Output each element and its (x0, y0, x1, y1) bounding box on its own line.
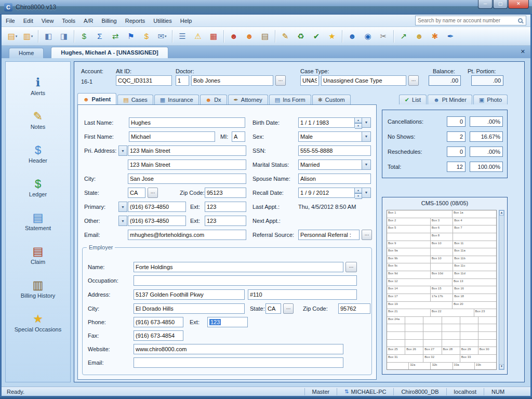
tab-attorney[interactable]: ✒Attorney (228, 95, 268, 104)
menu-item-a-r[interactable]: A/R (79, 16, 97, 26)
sidebar-item-special-occasions[interactable]: ★Special Occasions (7, 313, 69, 332)
close-tab-icon[interactable]: ✕ (521, 48, 525, 55)
vip-patient-button[interactable]: ☻ (411, 29, 427, 44)
save-all-button[interactable]: ◨ (56, 29, 72, 44)
case-lookup-button[interactable]: ... (408, 75, 419, 86)
payments-button[interactable]: $ (76, 29, 92, 44)
case-name-input[interactable] (321, 75, 406, 86)
ssn-input[interactable] (298, 145, 371, 156)
employer-address2-input[interactable] (248, 289, 357, 300)
website-input[interactable] (134, 344, 343, 354)
menu-item-billing[interactable]: Billing (97, 16, 121, 26)
tab-pt-minder[interactable]: ☻Pt Minder (428, 95, 472, 104)
post-transaction-button[interactable]: ⇄ (108, 29, 123, 44)
mi-input[interactable] (232, 131, 245, 142)
employer-name-input[interactable] (134, 262, 343, 272)
sidebar-item-notes[interactable]: ✎Notes (7, 110, 69, 130)
sidebar-item-billing-history[interactable]: ▥Billing History (7, 279, 69, 299)
referral-source-input[interactable] (298, 230, 360, 240)
tab-photo[interactable]: ▣Photo (473, 95, 508, 104)
spin-down-icon[interactable]: ▼ (355, 193, 362, 199)
tools-cut-button[interactable]: ✂ (376, 29, 391, 44)
last-name-input[interactable] (129, 117, 245, 128)
scroll-up-icon[interactable]: ▲ (499, 210, 504, 216)
city-input[interactable] (128, 174, 246, 184)
menu-item-utilities[interactable]: Utilities (149, 16, 176, 26)
alt-id-input[interactable] (116, 75, 172, 86)
sex-select[interactable]: Male ▼ (298, 131, 371, 142)
birth-date-field[interactable]: 1 / 1 / 1983 ▲ ▼ ▼ (298, 117, 371, 128)
tab-insurance[interactable]: ▦Insurance (154, 95, 199, 104)
menu-item-help[interactable]: Help (176, 16, 196, 26)
chevron-down-icon[interactable]: ▼ (362, 188, 371, 198)
employer-address1-input[interactable] (134, 289, 245, 300)
search-icon[interactable] (518, 18, 523, 23)
other-ext-input[interactable] (205, 216, 246, 226)
address2-input[interactable] (128, 159, 246, 170)
favorites-button[interactable]: ★ (324, 29, 340, 44)
open-folder-button[interactable]: ▥▾ (20, 29, 36, 44)
other-phone-input[interactable] (128, 216, 186, 226)
other-phone-dropdown[interactable]: ▼ (118, 216, 127, 226)
doctor-name-input[interactable] (191, 75, 273, 86)
menu-item-reports[interactable]: Reports (121, 16, 150, 26)
new-record-button[interactable]: ▤▾ (5, 29, 20, 44)
tab-home[interactable]: Home (9, 48, 44, 58)
tab-patient[interactable]: ☻Patient (77, 93, 116, 104)
tab-list[interactable]: ✔List (399, 95, 427, 104)
sidebar-item-header[interactable]: $Header (7, 144, 69, 164)
patients-button[interactable]: ☻ (242, 29, 257, 44)
zip-input[interactable] (205, 188, 246, 198)
reports-button[interactable]: ☰ (175, 29, 190, 44)
sidebar-item-ledger[interactable]: $Ledger (7, 178, 69, 197)
help-button[interactable]: ✱ (427, 29, 443, 44)
minimize-button[interactable]: ─ (478, 0, 493, 9)
email-button[interactable]: ✉▾ (154, 29, 170, 44)
doctor-lookup-button[interactable]: ... (275, 75, 286, 86)
spin-down-icon[interactable]: ▼ (355, 123, 362, 129)
tab-ins-form[interactable]: ▤Ins Form (269, 95, 311, 104)
employer-city-input[interactable] (134, 303, 245, 314)
menu-item-edit[interactable]: Edit (19, 16, 37, 26)
statistics-button[interactable]: ↗ (396, 29, 411, 44)
web-sync-button[interactable]: ♻ (293, 29, 309, 44)
internet-button[interactable]: ◉ (360, 29, 376, 44)
alerts-button[interactable]: ⚠ (190, 29, 206, 44)
maximize-button[interactable]: ▢ (493, 0, 508, 9)
spin-up-icon[interactable]: ▲ (355, 188, 362, 193)
scheduler-button[interactable]: ▦ (206, 29, 221, 44)
employer-zip-input[interactable] (338, 303, 370, 314)
menu-item-tools[interactable]: Tools (58, 16, 79, 26)
state-input[interactable] (128, 188, 145, 198)
occupation-input[interactable] (134, 275, 357, 286)
search-input[interactable] (416, 18, 518, 23)
scroll-down-icon[interactable]: ▼ (499, 364, 504, 369)
sidebar-item-statement[interactable]: ▤Statement (7, 211, 69, 231)
address-type-dropdown[interactable]: ▼ (118, 145, 127, 156)
email-input[interactable] (128, 230, 246, 240)
employer-state-input[interactable] (265, 303, 281, 314)
close-button[interactable]: ✕ (508, 0, 529, 9)
address1-input[interactable] (128, 145, 246, 156)
primary-ext-input[interactable] (205, 202, 246, 212)
add-patient-button[interactable]: ☻ (226, 29, 242, 44)
spin-up-icon[interactable]: ▲ (355, 117, 362, 123)
employer-fax-input[interactable] (134, 330, 183, 341)
fee-schedule-button[interactable]: Σ (92, 29, 108, 44)
flag-button[interactable]: ⚑ (123, 29, 139, 44)
cms-scrollbar[interactable]: ▲ ▼ (499, 210, 504, 370)
state-lookup-button[interactable]: ... (148, 188, 158, 198)
menu-item-view[interactable]: View (37, 16, 58, 26)
tab-custom[interactable]: ✱Custom (312, 95, 351, 104)
edit-notes-button[interactable]: ✎ (277, 29, 293, 44)
chevron-down-icon[interactable]: ▼ (362, 159, 371, 170)
primary-phone-dropdown[interactable]: ▼ (118, 202, 127, 212)
employer-lookup-button[interactable]: ... (345, 262, 357, 272)
employer-email-input[interactable] (134, 357, 343, 368)
sign-button[interactable]: ✒ (443, 29, 458, 44)
tab-patient-record[interactable]: Hughes, Michael A - [UNASSIGNED] (51, 47, 168, 58)
doctor-number-input[interactable] (176, 75, 189, 86)
tab-cases[interactable]: ▤Cases (117, 95, 153, 104)
sidebar-item-alerts[interactable]: ℹAlerts (7, 76, 69, 96)
security-check-button[interactable]: ✔ (309, 29, 324, 44)
